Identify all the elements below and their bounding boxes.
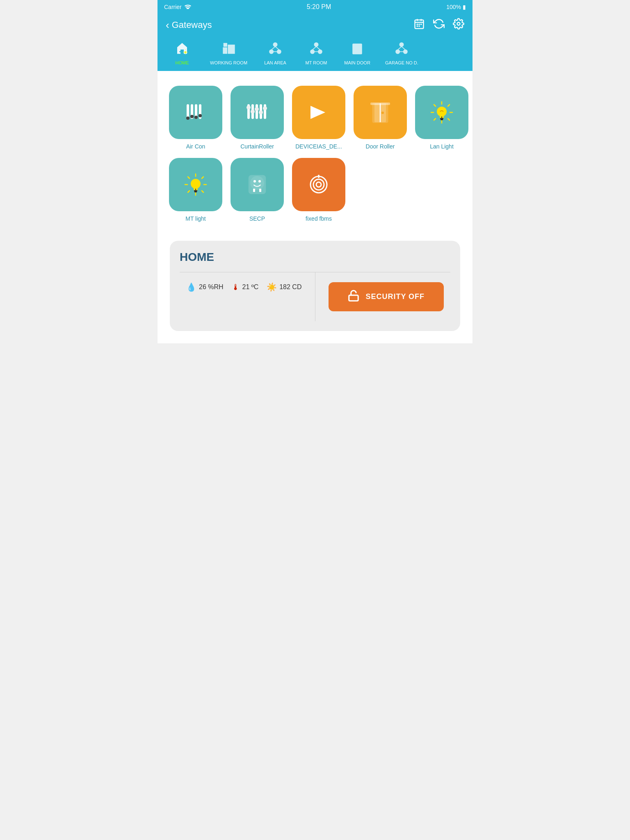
svg-rect-10 <box>179 51 181 52</box>
humidity-icon: 💧 <box>186 282 196 292</box>
sensor-readings: 💧 26 %RH 🌡 21 ºC ☀️ 182 CD <box>186 282 302 292</box>
wifi-icon <box>184 4 192 11</box>
luminance-value: 182 CD <box>279 283 301 291</box>
svg-rect-102 <box>194 190 197 192</box>
svg-point-74 <box>381 112 384 114</box>
device-secp[interactable]: SECP <box>231 158 284 222</box>
svg-line-82 <box>448 105 450 106</box>
svg-rect-108 <box>253 189 255 192</box>
svg-point-106 <box>253 180 256 183</box>
main-content: Air Con CurtainRoller <box>158 71 472 343</box>
svg-rect-88 <box>440 118 443 119</box>
svg-rect-25 <box>231 49 232 50</box>
luminance-reading: ☀️ 182 CD <box>267 282 301 292</box>
tab-mt-room[interactable]: MT ROOM <box>296 38 337 71</box>
svg-point-65 <box>247 105 251 110</box>
svg-line-81 <box>448 119 450 120</box>
fixed-fbms-icon-box <box>292 158 345 211</box>
svg-point-69 <box>263 106 267 110</box>
svg-line-97 <box>188 191 189 192</box>
nav-bar: ‹ Gateways <box>158 14 472 38</box>
svg-point-66 <box>251 110 255 114</box>
svg-point-57 <box>190 115 194 118</box>
tab-lan-area[interactable]: LAN AREA <box>255 38 296 71</box>
main-door-icon <box>351 42 364 58</box>
svg-line-80 <box>434 105 436 106</box>
door-roller-icon-box <box>354 86 407 139</box>
device-air-con[interactable]: Air Con <box>169 86 222 150</box>
device-lan-light[interactable]: Lan Light <box>415 86 468 150</box>
svg-line-83 <box>434 119 436 120</box>
nav-title: Gateways <box>172 20 212 30</box>
svg-line-30 <box>275 46 279 50</box>
svg-point-11 <box>184 51 186 53</box>
svg-rect-21 <box>231 46 232 46</box>
device-door-roller[interactable]: Door Roller <box>354 86 407 150</box>
mt-light-label: MT light <box>185 215 206 222</box>
svg-marker-70 <box>310 106 325 119</box>
settings-icon[interactable] <box>453 18 464 32</box>
room-tabs: HOME WORKING ROOM <box>158 38 472 71</box>
svg-rect-16 <box>223 47 227 54</box>
svg-line-49 <box>398 46 402 50</box>
refresh-icon[interactable] <box>433 18 445 32</box>
secp-label: SECP <box>249 215 265 222</box>
svg-point-9 <box>457 23 460 25</box>
tab-home[interactable]: HOME <box>162 38 203 71</box>
status-bar: Carrier 5:20 PM 100% ▮ <box>158 0 472 14</box>
svg-rect-103 <box>194 192 197 192</box>
back-button[interactable]: ‹ Gateways <box>166 20 212 30</box>
panel-divider <box>315 272 315 321</box>
svg-point-98 <box>191 179 201 189</box>
svg-point-107 <box>258 180 261 183</box>
unlock-icon <box>347 290 360 304</box>
svg-point-105 <box>251 176 264 189</box>
svg-rect-62 <box>256 104 258 119</box>
security-button[interactable]: SECURITY OFF <box>329 282 444 311</box>
device-fixed-fbms[interactable]: fixed fbms <box>292 158 345 222</box>
svg-rect-109 <box>259 189 261 192</box>
svg-line-35 <box>313 46 316 50</box>
svg-rect-114 <box>349 295 358 301</box>
schedule-icon[interactable] <box>413 18 425 32</box>
tab-main-door-label: MAIN DOOR <box>344 60 370 65</box>
tab-working-room-label: WORKING ROOM <box>210 60 247 65</box>
deviceias-icon-box <box>292 86 345 139</box>
battery-label: 100% <box>446 4 461 10</box>
nav-icons <box>413 18 464 32</box>
status-time: 5:20 PM <box>307 3 331 11</box>
status-left: Carrier <box>164 4 192 11</box>
svg-point-84 <box>437 107 447 116</box>
svg-rect-89 <box>441 119 443 120</box>
svg-rect-22 <box>228 47 230 48</box>
home-tab-icon <box>176 42 189 58</box>
svg-line-50 <box>402 46 405 50</box>
tab-working-room[interactable]: WORKING ROOM <box>203 38 255 71</box>
svg-line-94 <box>188 177 189 178</box>
battery-icon: ▮ <box>463 4 466 10</box>
svg-point-112 <box>316 182 321 187</box>
working-room-icon <box>222 42 235 58</box>
security-button-label: SECURITY OFF <box>365 292 425 301</box>
home-info-row: 💧 26 %RH 🌡 21 ºC ☀️ 182 CD <box>180 272 450 321</box>
tab-lan-area-label: LAN AREA <box>264 60 286 65</box>
svg-point-67 <box>255 107 259 111</box>
svg-line-95 <box>202 191 203 192</box>
lan-light-icon-box <box>415 86 468 139</box>
humidity-value: 26 %RH <box>199 283 224 291</box>
device-mt-light[interactable]: MT light <box>169 158 222 222</box>
tab-garage-label: GARAGE NO D. <box>385 60 418 65</box>
deviceias-label: DEVICEIAS_DE... <box>295 143 342 150</box>
tab-main-door[interactable]: MAIN DOOR <box>337 38 378 71</box>
humidity-reading: 💧 26 %RH <box>186 282 224 292</box>
home-section: HOME 💧 26 %RH 🌡 21 ºC ☀️ 182 CD <box>170 241 460 331</box>
tab-garage[interactable]: GARAGE NO D. <box>378 38 426 71</box>
svg-rect-75 <box>370 103 390 105</box>
fixed-fbms-label: fixed fbms <box>306 215 332 222</box>
mt-room-icon <box>310 42 323 58</box>
lan-light-label: Lan Light <box>430 143 454 150</box>
svg-rect-20 <box>228 46 230 46</box>
tab-mt-room-label: MT ROOM <box>306 60 327 65</box>
device-curtain-roller[interactable]: CurtainRoller <box>231 86 284 150</box>
device-deviceias[interactable]: DEVICEIAS_DE... <box>292 86 345 150</box>
